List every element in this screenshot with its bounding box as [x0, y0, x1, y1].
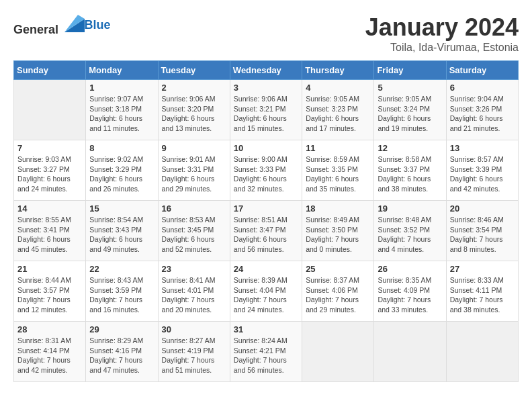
calendar-week-row: 1Sunrise: 9:07 AM Sunset: 3:18 PM Daylig…	[14, 80, 519, 140]
day-info: Sunrise: 9:00 AM Sunset: 3:33 PM Dayligh…	[234, 154, 298, 194]
day-info: Sunrise: 8:35 AM Sunset: 4:09 PM Dayligh…	[378, 275, 442, 315]
calendar-week-row: 14Sunrise: 8:55 AM Sunset: 3:41 PM Dayli…	[14, 201, 519, 261]
day-number: 22	[89, 264, 154, 274]
day-info: Sunrise: 9:03 AM Sunset: 3:27 PM Dayligh…	[17, 154, 82, 194]
day-number: 30	[162, 324, 226, 334]
calendar-cell: 25Sunrise: 8:37 AM Sunset: 4:06 PM Dayli…	[302, 261, 374, 322]
day-info: Sunrise: 8:46 AM Sunset: 3:54 PM Dayligh…	[450, 215, 515, 255]
day-info: Sunrise: 8:24 AM Sunset: 4:21 PM Dayligh…	[234, 336, 298, 375]
day-number: 20	[450, 203, 515, 214]
day-number: 21	[17, 264, 82, 274]
day-number: 10	[234, 143, 298, 153]
day-number: 13	[450, 143, 515, 153]
day-info: Sunrise: 8:54 AM Sunset: 3:43 PM Dayligh…	[89, 215, 154, 255]
calendar-cell: 10Sunrise: 9:00 AM Sunset: 3:33 PM Dayli…	[230, 140, 302, 201]
day-info: Sunrise: 8:58 AM Sunset: 3:37 PM Dayligh…	[378, 154, 442, 194]
logo-blue: Blue	[85, 18, 111, 32]
day-info: Sunrise: 9:01 AM Sunset: 3:31 PM Dayligh…	[162, 154, 226, 194]
calendar-cell	[14, 80, 86, 140]
calendar-cell	[302, 322, 374, 382]
calendar-cell: 20Sunrise: 8:46 AM Sunset: 3:54 PM Dayli…	[446, 201, 518, 261]
day-info: Sunrise: 9:05 AM Sunset: 3:24 PM Dayligh…	[378, 94, 442, 134]
calendar-cell: 12Sunrise: 8:58 AM Sunset: 3:37 PM Dayli…	[374, 140, 446, 201]
weekday-header-row: SundayMondayTuesdayWednesdayThursdayFrid…	[14, 61, 519, 80]
day-info: Sunrise: 9:05 AM Sunset: 3:23 PM Dayligh…	[306, 94, 370, 134]
day-number: 1	[89, 83, 154, 93]
calendar-cell: 1Sunrise: 9:07 AM Sunset: 3:18 PM Daylig…	[86, 80, 158, 140]
calendar-cell: 2Sunrise: 9:06 AM Sunset: 3:20 PM Daylig…	[158, 80, 230, 140]
calendar-cell: 14Sunrise: 8:55 AM Sunset: 3:41 PM Dayli…	[14, 201, 86, 261]
calendar-cell	[374, 322, 446, 382]
day-number: 7	[17, 143, 82, 153]
day-info: Sunrise: 8:39 AM Sunset: 4:04 PM Dayligh…	[234, 275, 298, 315]
calendar-week-row: 21Sunrise: 8:44 AM Sunset: 3:57 PM Dayli…	[14, 261, 519, 322]
day-number: 18	[306, 203, 370, 214]
calendar-cell: 19Sunrise: 8:48 AM Sunset: 3:52 PM Dayli…	[374, 201, 446, 261]
day-info: Sunrise: 8:41 AM Sunset: 4:01 PM Dayligh…	[162, 275, 226, 315]
weekday-header-tuesday: Tuesday	[158, 61, 230, 80]
weekday-header-sunday: Sunday	[14, 61, 86, 80]
day-number: 4	[306, 83, 370, 93]
calendar-cell: 8Sunrise: 9:02 AM Sunset: 3:29 PM Daylig…	[86, 140, 158, 201]
day-number: 24	[234, 264, 298, 274]
calendar-cell: 27Sunrise: 8:33 AM Sunset: 4:11 PM Dayli…	[446, 261, 518, 322]
calendar-cell: 9Sunrise: 9:01 AM Sunset: 3:31 PM Daylig…	[158, 140, 230, 201]
day-info: Sunrise: 8:44 AM Sunset: 3:57 PM Dayligh…	[17, 275, 82, 315]
day-number: 28	[17, 324, 82, 334]
day-info: Sunrise: 8:48 AM Sunset: 3:52 PM Dayligh…	[378, 215, 442, 255]
day-info: Sunrise: 9:02 AM Sunset: 3:29 PM Dayligh…	[89, 154, 154, 194]
calendar-cell: 30Sunrise: 8:27 AM Sunset: 4:19 PM Dayli…	[158, 322, 230, 382]
day-number: 5	[378, 83, 442, 93]
day-number: 29	[89, 324, 154, 334]
calendar-cell: 29Sunrise: 8:29 AM Sunset: 4:16 PM Dayli…	[86, 322, 158, 382]
day-number: 12	[378, 143, 442, 153]
day-number: 19	[378, 203, 442, 214]
day-number: 27	[450, 264, 515, 274]
location-title: Toila, Ida-Virumaa, Estonia	[365, 42, 519, 54]
calendar-cell: 6Sunrise: 9:04 AM Sunset: 3:26 PM Daylig…	[446, 80, 518, 140]
day-number: 15	[89, 203, 154, 214]
day-info: Sunrise: 8:33 AM Sunset: 4:11 PM Dayligh…	[450, 275, 515, 315]
weekday-header-saturday: Saturday	[446, 61, 518, 80]
weekday-header-wednesday: Wednesday	[230, 61, 302, 80]
day-info: Sunrise: 8:43 AM Sunset: 3:59 PM Dayligh…	[89, 275, 154, 315]
title-block: January 2024 Toila, Ida-Virumaa, Estonia	[365, 13, 519, 54]
calendar-cell: 5Sunrise: 9:05 AM Sunset: 3:24 PM Daylig…	[374, 80, 446, 140]
day-number: 16	[162, 203, 226, 214]
calendar-cell	[446, 322, 518, 382]
day-info: Sunrise: 9:06 AM Sunset: 3:20 PM Dayligh…	[162, 94, 226, 134]
calendar-cell: 18Sunrise: 8:49 AM Sunset: 3:50 PM Dayli…	[302, 201, 374, 261]
calendar-cell: 4Sunrise: 9:05 AM Sunset: 3:23 PM Daylig…	[302, 80, 374, 140]
logo: General Blue	[13, 13, 111, 37]
day-info: Sunrise: 8:55 AM Sunset: 3:41 PM Dayligh…	[17, 215, 82, 255]
calendar-cell: 11Sunrise: 8:59 AM Sunset: 3:35 PM Dayli…	[302, 140, 374, 201]
day-number: 6	[450, 83, 515, 93]
calendar-cell: 17Sunrise: 8:51 AM Sunset: 3:47 PM Dayli…	[230, 201, 302, 261]
calendar-week-row: 28Sunrise: 8:31 AM Sunset: 4:14 PM Dayli…	[14, 322, 519, 382]
logo-icon	[64, 13, 85, 34]
calendar-cell: 15Sunrise: 8:54 AM Sunset: 3:43 PM Dayli…	[86, 201, 158, 261]
day-number: 31	[234, 324, 298, 334]
calendar-cell: 13Sunrise: 8:57 AM Sunset: 3:39 PM Dayli…	[446, 140, 518, 201]
calendar-cell: 21Sunrise: 8:44 AM Sunset: 3:57 PM Dayli…	[14, 261, 86, 322]
day-info: Sunrise: 8:27 AM Sunset: 4:19 PM Dayligh…	[162, 336, 226, 375]
day-info: Sunrise: 9:06 AM Sunset: 3:21 PM Dayligh…	[234, 94, 298, 134]
calendar-table: SundayMondayTuesdayWednesdayThursdayFrid…	[13, 60, 519, 382]
day-number: 8	[89, 143, 154, 153]
day-info: Sunrise: 8:31 AM Sunset: 4:14 PM Dayligh…	[17, 336, 82, 375]
calendar-cell: 7Sunrise: 9:03 AM Sunset: 3:27 PM Daylig…	[14, 140, 86, 201]
day-number: 25	[306, 264, 370, 274]
day-info: Sunrise: 8:49 AM Sunset: 3:50 PM Dayligh…	[306, 215, 370, 255]
weekday-header-thursday: Thursday	[302, 61, 374, 80]
calendar-cell: 31Sunrise: 8:24 AM Sunset: 4:21 PM Dayli…	[230, 322, 302, 382]
calendar-cell: 23Sunrise: 8:41 AM Sunset: 4:01 PM Dayli…	[158, 261, 230, 322]
day-number: 3	[234, 83, 298, 93]
month-title: January 2024	[365, 13, 519, 42]
day-info: Sunrise: 8:51 AM Sunset: 3:47 PM Dayligh…	[234, 215, 298, 255]
calendar-cell: 26Sunrise: 8:35 AM Sunset: 4:09 PM Dayli…	[374, 261, 446, 322]
calendar-cell: 16Sunrise: 8:53 AM Sunset: 3:45 PM Dayli…	[158, 201, 230, 261]
day-info: Sunrise: 8:57 AM Sunset: 3:39 PM Dayligh…	[450, 154, 515, 194]
logo-general: General	[13, 23, 58, 36]
day-number: 23	[162, 264, 226, 274]
calendar-cell: 22Sunrise: 8:43 AM Sunset: 3:59 PM Dayli…	[86, 261, 158, 322]
